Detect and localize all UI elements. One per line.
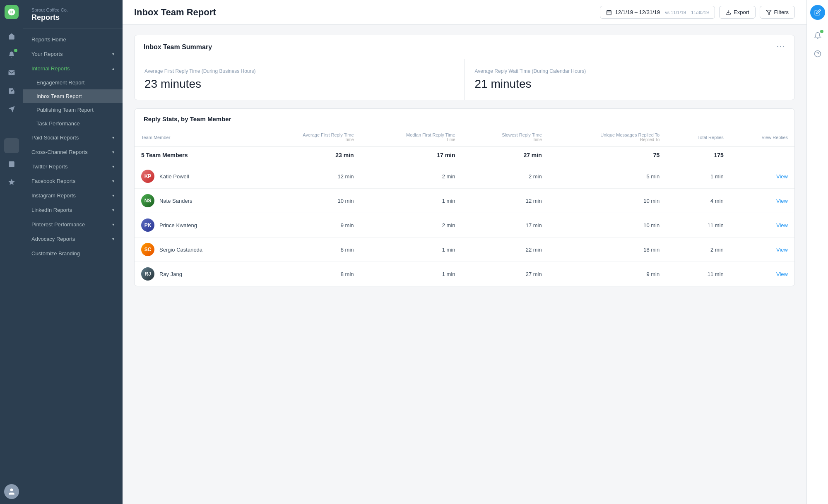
pinterest-chevron-icon: ▾ xyxy=(112,222,114,227)
sidebar-item-cross-channel[interactable]: Cross-Channel Reports ▾ xyxy=(23,145,123,159)
sidebar-item-advocacy[interactable]: Advocacy Reports ▾ xyxy=(23,232,123,246)
katie-view-link[interactable]: View xyxy=(776,173,788,180)
rail-compose-icon[interactable] xyxy=(4,102,19,117)
col-unique: Unique Messages Replied To Replied To xyxy=(549,128,667,146)
table-head: Team Member Average First Reply Time Tim… xyxy=(135,128,794,146)
ray-unique: 9 min xyxy=(549,262,667,286)
summary-avg-first: 23 min xyxy=(256,146,361,164)
rail-reports-icon[interactable] xyxy=(4,138,19,153)
nate-view-link[interactable]: View xyxy=(776,198,788,204)
sidebar-item-twitter[interactable]: Twitter Reports ▾ xyxy=(23,159,123,174)
filters-button[interactable]: Filters xyxy=(760,6,795,19)
sidebar-item-reports-home[interactable]: Reports Home xyxy=(23,32,123,47)
prince-slowest: 17 min xyxy=(462,213,549,238)
prince-view-link[interactable]: View xyxy=(776,222,788,228)
katie-total: 1 min xyxy=(666,164,730,189)
sidebar-item-paid-social[interactable]: Paid Social Reports ▾ xyxy=(23,130,123,145)
calendar-icon xyxy=(606,10,612,15)
col-median-first: Median First Reply Time Time xyxy=(361,128,462,146)
sidebar-item-instagram[interactable]: Instagram Reports ▾ xyxy=(23,188,123,203)
date-range-button[interactable]: 12/1/19 – 12/31/19 vs 11/1/19 – 11/30/19 xyxy=(600,6,715,19)
stat1-value: 23 minutes xyxy=(144,77,455,91)
stat-block-avg-first: Average First Reply Time (During Busines… xyxy=(135,59,465,100)
summary-slowest: 27 min xyxy=(462,146,549,164)
sidebar-item-facebook[interactable]: Facebook Reports ▾ xyxy=(23,174,123,188)
rail-user-avatar[interactable] xyxy=(4,484,19,499)
summary-member-cell: 5 Team Members xyxy=(135,146,256,164)
stat1-label: Average First Reply Time (During Busines… xyxy=(144,68,455,74)
sidebar-item-pinterest[interactable]: Pinterest Performance ▾ xyxy=(23,217,123,232)
sidebar-sub-inbox-team[interactable]: Inbox Team Report xyxy=(23,89,123,103)
sidebar-item-linkedin[interactable]: LinkedIn Reports ▾ xyxy=(23,203,123,217)
table-card-header: Reply Stats, by Team Member xyxy=(135,109,794,128)
prince-median: 2 min xyxy=(361,213,462,238)
internal-reports-chevron-icon: ▴ xyxy=(112,66,114,71)
member-cell-nate: NS Nate Sanders xyxy=(135,189,256,213)
sidebar-nav: Reports Home Your Reports ▾ Internal Rep… xyxy=(23,29,123,264)
katie-unique: 5 min xyxy=(549,164,667,189)
ray-total: 11 min xyxy=(666,262,730,286)
export-button[interactable]: Export xyxy=(719,6,756,19)
main-content: Inbox Team Report 12/1/19 – 12/31/19 vs … xyxy=(123,0,806,504)
rail-tasks-icon[interactable] xyxy=(4,84,19,98)
edit-icon xyxy=(814,9,821,16)
col-avg-first: Average First Reply Time Time xyxy=(256,128,361,146)
summary-total: 175 xyxy=(666,146,730,164)
avatar-ray: RJ xyxy=(141,267,154,281)
nate-unique: 10 min xyxy=(549,189,667,213)
table-row: KP Katie Powell 12 min 2 min 2 min 5 min… xyxy=(135,164,794,189)
paid-social-chevron-icon: ▾ xyxy=(112,135,114,140)
twitter-chevron-icon: ▾ xyxy=(112,164,114,169)
sidebar-sub-engagement[interactable]: Engagement Report xyxy=(23,76,123,89)
rail-home-icon[interactable] xyxy=(4,29,19,44)
summary-card-menu[interactable]: ··· xyxy=(777,43,785,51)
avatar-katie: KP xyxy=(141,170,154,183)
member-cell-prince: PK Prince Kwateng xyxy=(135,213,256,238)
table-header-row: Team Member Average First Reply Time Tim… xyxy=(135,128,794,146)
summary-card-title: Inbox Team Summary xyxy=(144,43,777,51)
date-range-label: 12/1/19 – 12/31/19 xyxy=(615,9,660,15)
katie-view: View xyxy=(730,164,794,189)
nate-total: 4 min xyxy=(666,189,730,213)
cross-channel-chevron-icon: ▾ xyxy=(112,150,114,154)
ray-view-link[interactable]: View xyxy=(776,271,788,277)
top-bar: Inbox Team Report 12/1/19 – 12/31/19 vs … xyxy=(123,0,806,25)
question-icon xyxy=(814,50,821,58)
svg-rect-11 xyxy=(9,161,14,167)
rail-inbox-icon[interactable] xyxy=(4,65,19,80)
rail-list-icon[interactable] xyxy=(4,120,19,135)
sergio-slowest: 22 min xyxy=(462,238,549,262)
sergio-avg-first: 8 min xyxy=(256,238,361,262)
table-row: SC Sergio Castaneda 8 min 1 min 22 min 1… xyxy=(135,238,794,262)
reply-stats-table: Team Member Average First Reply Time Tim… xyxy=(135,128,794,286)
app-logo[interactable] xyxy=(5,5,19,19)
nate-slowest: 12 min xyxy=(462,189,549,213)
rail-calendar-icon[interactable] xyxy=(4,156,19,171)
sidebar-sub-task-performance[interactable]: Task Performance xyxy=(23,117,123,130)
compose-button[interactable] xyxy=(810,5,825,20)
sidebar-item-customize[interactable]: Customize Branding xyxy=(23,246,123,261)
table-row: RJ Ray Jang 8 min 1 min 27 min 9 min 11 … xyxy=(135,262,794,286)
table-row: PK Prince Kwateng 9 min 2 min 17 min 10 … xyxy=(135,213,794,238)
sidebar-section-internal-reports[interactable]: Internal Reports ▴ xyxy=(23,61,123,76)
col-view: View Replies xyxy=(730,128,794,146)
your-reports-chevron-icon: ▾ xyxy=(112,52,114,56)
sidebar-sub-publishing-team[interactable]: Publishing Team Report xyxy=(23,103,123,117)
help-icon[interactable] xyxy=(810,46,825,61)
rail-notification-icon[interactable] xyxy=(4,47,19,62)
summary-median-first: 17 min xyxy=(361,146,462,164)
icon-rail xyxy=(0,0,23,504)
facebook-chevron-icon: ▾ xyxy=(112,179,114,183)
sidebar-item-your-reports[interactable]: Your Reports ▾ xyxy=(23,47,123,61)
bell-icon[interactable] xyxy=(810,28,825,43)
page-title: Inbox Team Report xyxy=(134,7,600,18)
rail-star-icon[interactable] xyxy=(4,175,19,190)
vs-label: vs 11/1/19 – 11/30/19 xyxy=(665,10,709,15)
notification-badge xyxy=(820,30,823,33)
svg-marker-15 xyxy=(9,179,15,185)
top-bar-actions: 12/1/19 – 12/31/19 vs 11/1/19 – 11/30/19… xyxy=(600,6,795,19)
sergio-view-link[interactable]: View xyxy=(776,247,788,253)
svg-point-16 xyxy=(10,489,13,492)
sergio-view: View xyxy=(730,238,794,262)
prince-avg-first: 9 min xyxy=(256,213,361,238)
